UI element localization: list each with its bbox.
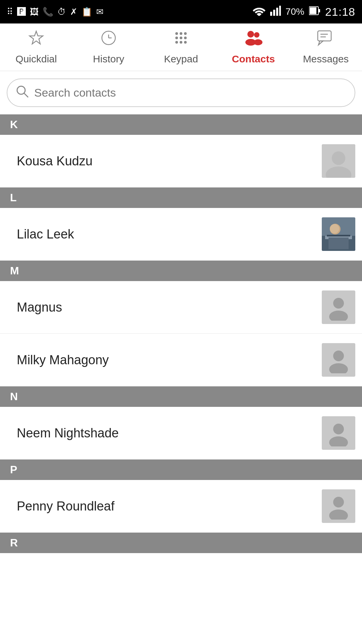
nav-tabs: Quickdial History Keypad: [0, 23, 362, 71]
svg-rect-36: [328, 237, 349, 249]
history-clock-icon: [100, 30, 117, 50]
list-item[interactable]: Penny Roundleaf: [0, 480, 362, 533]
tab-keypad-label: Keypad: [164, 53, 198, 65]
avatar: [322, 489, 355, 523]
svg-point-18: [180, 41, 182, 44]
list-item[interactable]: Lilac Leek: [0, 208, 362, 261]
avatar: [322, 416, 355, 450]
tab-quickdial-label: Quickdial: [15, 53, 57, 65]
svg-point-20: [247, 31, 254, 38]
svg-point-11: [175, 32, 178, 35]
tab-history-label: History: [93, 53, 124, 65]
image-icon: 🖼: [30, 7, 39, 17]
search-container: [0, 71, 362, 114]
svg-rect-38: [327, 235, 350, 236]
clock-icon: ⏱: [57, 7, 66, 17]
contact-name: Kousa Kudzu: [17, 154, 93, 168]
list-item[interactable]: Magnus: [0, 281, 362, 334]
sim-icon: 📋: [81, 7, 92, 17]
status-icons-left: ⠿ 🅿 🖼 📞 ⏱ ✗ 📋 ✉: [7, 7, 104, 17]
tab-history[interactable]: History: [72, 30, 145, 71]
chat-icon: [317, 30, 335, 50]
svg-point-22: [254, 32, 259, 38]
svg-point-44: [329, 436, 348, 446]
search-bar[interactable]: [7, 78, 355, 107]
svg-marker-7: [29, 31, 43, 44]
svg-point-46: [329, 509, 348, 520]
svg-line-29: [24, 93, 28, 97]
tab-messages[interactable]: Messages: [290, 30, 362, 71]
menu-icon: ⠿: [7, 7, 13, 17]
section-header-k: K: [0, 114, 362, 135]
contact-name: Magnus: [17, 300, 62, 315]
svg-point-12: [180, 32, 182, 35]
avatar: [322, 217, 355, 251]
section-header-l: L: [0, 187, 362, 208]
svg-point-31: [326, 166, 352, 178]
parking-icon: 🅿: [17, 7, 26, 17]
list-item[interactable]: Milky Mahagony: [0, 334, 362, 386]
email-icon: ✉: [96, 7, 104, 17]
signal-icon: [270, 6, 281, 18]
svg-rect-2: [276, 8, 278, 16]
section-header-n: N: [0, 386, 362, 407]
tab-messages-label: Messages: [303, 53, 349, 65]
list-item[interactable]: Neem Nightshade: [0, 407, 362, 460]
svg-point-19: [184, 41, 187, 44]
contact-name: Lilac Leek: [17, 227, 74, 241]
svg-point-40: [329, 311, 348, 321]
avatar: [322, 290, 355, 324]
avatar: [322, 144, 355, 178]
grid-icon: [173, 30, 189, 50]
contact-name: Neem Nightshade: [17, 426, 119, 440]
svg-point-43: [333, 424, 344, 434]
wifi-icon: [253, 6, 265, 18]
svg-rect-5: [318, 9, 320, 12]
people-icon: [244, 30, 263, 50]
svg-point-14: [175, 37, 178, 39]
svg-marker-25: [318, 41, 323, 45]
svg-rect-1: [273, 10, 275, 16]
svg-point-45: [333, 497, 344, 507]
status-bar: ⠿ 🅿 🖼 📞 ⏱ ✗ 📋 ✉ 70%: [0, 0, 362, 23]
search-icon: [15, 85, 29, 101]
contacts-list: K Kousa Kudzu L Lilac Leek: [0, 114, 362, 553]
svg-point-13: [184, 32, 187, 35]
battery-label: 70%: [286, 6, 304, 17]
section-header-m: M: [0, 261, 362, 281]
search-input[interactable]: [34, 86, 347, 99]
list-item[interactable]: Kousa Kudzu: [0, 135, 362, 187]
section-header-p: P: [0, 460, 362, 480]
star-icon: [28, 30, 45, 50]
svg-point-41: [333, 351, 344, 361]
contact-name: Penny Roundleaf: [17, 499, 115, 514]
avatar: [322, 343, 355, 377]
contact-name: Milky Mahagony: [17, 353, 109, 367]
svg-point-30: [332, 151, 346, 165]
battery-icon: [309, 6, 320, 18]
status-indicators-right: 70% 21:18: [253, 5, 355, 18]
svg-point-15: [180, 37, 182, 39]
tab-keypad[interactable]: Keypad: [145, 30, 217, 71]
svg-rect-3: [279, 6, 281, 16]
tab-quickdial[interactable]: Quickdial: [0, 30, 72, 71]
svg-point-23: [254, 39, 262, 45]
svg-point-16: [184, 37, 187, 39]
tab-contacts-label: Contacts: [232, 53, 275, 65]
section-header-r: R: [0, 533, 362, 553]
time-display: 21:18: [325, 5, 355, 18]
tab-contacts[interactable]: Contacts: [217, 30, 290, 71]
svg-point-39: [333, 298, 344, 309]
svg-point-17: [175, 41, 178, 44]
svg-rect-0: [270, 12, 272, 16]
svg-rect-6: [310, 7, 316, 14]
svg-rect-24: [318, 31, 331, 41]
missed-call-icon: ✗: [70, 7, 77, 17]
phone-icon: 📞: [43, 7, 53, 17]
svg-point-37: [330, 224, 339, 233]
svg-point-28: [17, 86, 25, 94]
svg-point-42: [329, 363, 348, 373]
